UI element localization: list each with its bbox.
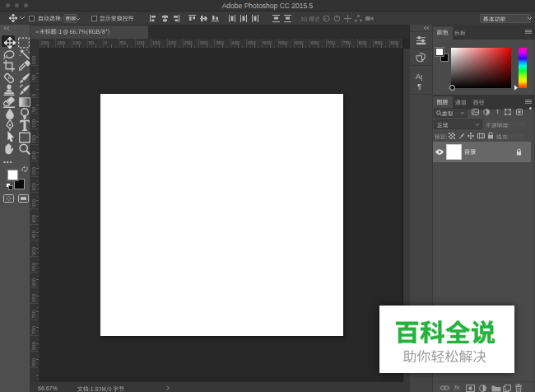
- svg-text:s: s: [421, 58, 424, 63]
